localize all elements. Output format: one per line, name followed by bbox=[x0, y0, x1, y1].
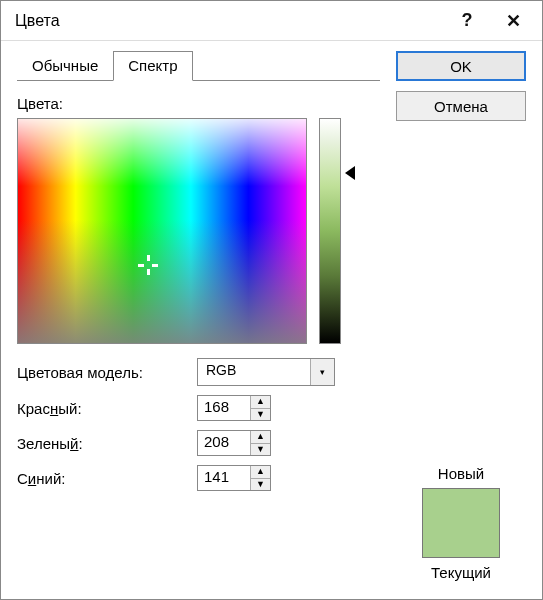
model-row: Цветовая модель: RGB ▾ bbox=[17, 358, 380, 386]
blue-label: Синий: bbox=[17, 470, 197, 487]
red-value[interactable]: 168 bbox=[198, 396, 250, 420]
red-label: Красный: bbox=[17, 400, 197, 417]
color-spectrum[interactable] bbox=[17, 118, 307, 344]
tab-standard[interactable]: Обычные bbox=[17, 51, 113, 81]
blue-spinner: ▲ ▼ bbox=[250, 466, 270, 490]
cancel-button[interactable]: Отмена bbox=[396, 91, 526, 121]
blue-value[interactable]: 141 bbox=[198, 466, 250, 490]
blue-step-down[interactable]: ▼ bbox=[251, 479, 270, 491]
tab-spectrum[interactable]: Спектр bbox=[113, 51, 192, 81]
luminance-pointer-icon[interactable] bbox=[345, 166, 355, 180]
green-step-up[interactable]: ▲ bbox=[251, 431, 270, 444]
dialog-content: Обычные Спектр Цвета: Цветовая модель: R… bbox=[1, 41, 542, 600]
model-label: Цветовая модель: bbox=[17, 364, 197, 381]
luminance-slider[interactable] bbox=[319, 118, 341, 344]
side-panel: OK Отмена Новый Текущий bbox=[396, 51, 526, 587]
red-step-up[interactable]: ▲ bbox=[251, 396, 270, 409]
chevron-down-icon[interactable]: ▾ bbox=[310, 359, 334, 385]
help-button[interactable]: ? bbox=[444, 5, 490, 37]
main-panel: Обычные Спектр Цвета: Цветовая модель: R… bbox=[17, 51, 380, 587]
blue-row: Синий: 141 ▲ ▼ bbox=[17, 465, 380, 491]
close-button[interactable]: ✕ bbox=[490, 5, 536, 37]
red-spinner: ▲ ▼ bbox=[250, 396, 270, 420]
title-bar: Цвета ? ✕ bbox=[1, 1, 542, 41]
green-label: Зеленый: bbox=[17, 435, 197, 452]
model-select[interactable]: RGB ▾ bbox=[197, 358, 335, 386]
preview-block: Новый Текущий bbox=[396, 465, 526, 587]
ok-button[interactable]: OK bbox=[396, 51, 526, 81]
green-spinner: ▲ ▼ bbox=[250, 431, 270, 455]
tabs: Обычные Спектр bbox=[17, 51, 380, 81]
blue-input[interactable]: 141 ▲ ▼ bbox=[197, 465, 271, 491]
red-row: Красный: 168 ▲ ▼ bbox=[17, 395, 380, 421]
spectrum-row bbox=[17, 118, 380, 344]
blue-step-up[interactable]: ▲ bbox=[251, 466, 270, 479]
red-step-down[interactable]: ▼ bbox=[251, 409, 270, 421]
green-row: Зеленый: 208 ▲ ▼ bbox=[17, 430, 380, 456]
green-input[interactable]: 208 ▲ ▼ bbox=[197, 430, 271, 456]
red-input[interactable]: 168 ▲ ▼ bbox=[197, 395, 271, 421]
green-value[interactable]: 208 bbox=[198, 431, 250, 455]
window-title: Цвета bbox=[15, 12, 444, 30]
green-step-down[interactable]: ▼ bbox=[251, 444, 270, 456]
color-swatch bbox=[422, 488, 500, 558]
crosshair-icon bbox=[138, 255, 158, 275]
new-label: Новый bbox=[438, 465, 484, 482]
luminance-wrap bbox=[319, 118, 355, 344]
current-label: Текущий bbox=[431, 564, 491, 581]
colors-label: Цвета: bbox=[17, 95, 380, 112]
model-value: RGB bbox=[198, 359, 310, 385]
